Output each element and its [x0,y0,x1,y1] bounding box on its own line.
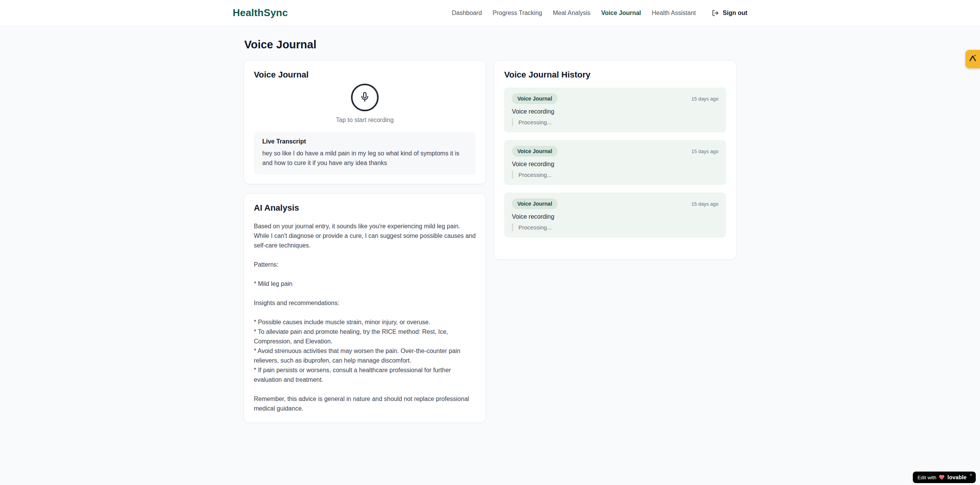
history-entry-header: Voice Journal 15 days ago [512,146,718,157]
entry-type-badge: Voice Journal [512,93,558,104]
history-entry[interactable]: Voice Journal 15 days ago Voice recordin… [504,193,726,238]
record-button[interactable] [351,84,379,111]
ai-analysis-text: Based on your journal entry, it sounds l… [254,221,476,413]
lovable-badge[interactable]: Edit with lovable × [913,472,976,483]
sign-out-label: Sign out [723,10,747,16]
nav-dashboard[interactable]: Dashboard [452,10,482,16]
entry-type-badge: Voice Journal [512,146,558,157]
lovable-brand: lovable [947,474,967,480]
nav-voice-journal[interactable]: Voice Journal [601,10,641,16]
page-title: Voice Journal [244,38,737,51]
entry-type-badge: Voice Journal [512,198,558,209]
entry-status: Processing... [512,223,718,231]
lambda-logo-icon [968,54,977,64]
entry-timestamp: 15 days ago [691,96,718,102]
close-icon[interactable]: × [970,473,972,477]
history-entry-header: Voice Journal 15 days ago [512,93,718,104]
lovable-prefix: Edit with [917,475,936,480]
entry-title: Voice recording [512,161,718,168]
history-entry[interactable]: Voice Journal 15 days ago Voice recordin… [504,87,726,132]
entry-status: Processing... [512,171,718,179]
left-column: Voice Journal Tap to start recording [243,60,486,423]
live-transcript-title: Live Transcript [262,138,467,145]
content-grid: Voice Journal Tap to start recording [243,60,737,423]
ai-analysis-title: AI Analysis [254,203,476,213]
right-column: Voice Journal History Voice Journal 15 d… [494,60,737,260]
heart-icon [939,475,945,480]
recorder-card-title: Voice Journal [254,70,476,80]
entry-timestamp: 15 days ago [691,201,718,207]
main-content: Voice Journal Voice Journal [243,38,737,423]
header-inner: HealthSync Dashboard Progress Tracking M… [233,0,747,26]
recorder-card: Voice Journal Tap to start recording [243,60,486,184]
app-header: HealthSync Dashboard Progress Tracking M… [0,0,980,26]
logout-icon [712,10,719,16]
entry-title: Voice recording [512,108,718,115]
brand-logo[interactable]: HealthSync [233,7,288,19]
live-transcript-box: Live Transcript hey so like I do have a … [254,132,476,175]
nav-meal-analysis[interactable]: Meal Analysis [553,10,591,16]
history-entry[interactable]: Voice Journal 15 days ago Voice recordin… [504,140,726,185]
sign-out-button[interactable]: Sign out [712,10,747,16]
main-nav: Dashboard Progress Tracking Meal Analysi… [452,10,748,16]
history-card: Voice Journal History Voice Journal 15 d… [494,60,737,260]
nav-progress-tracking[interactable]: Progress Tracking [493,10,542,16]
entry-status: Processing... [512,118,718,126]
entry-timestamp: 15 days ago [691,148,718,154]
microphone-icon [360,92,370,103]
history-entries: Voice Journal 15 days ago Voice recordin… [504,87,726,238]
entry-title: Voice recording [512,213,718,220]
history-entry-header: Voice Journal 15 days ago [512,198,718,209]
recorder-area: Tap to start recording [254,80,476,124]
nav-health-assistant[interactable]: Health Assistant [652,10,696,16]
ai-analysis-card: AI Analysis Based on your journal entry,… [243,193,486,423]
history-card-title: Voice Journal History [504,70,726,80]
live-transcript-text: hey so like I do have a mild pain in my … [262,148,467,168]
extension-side-tab[interactable] [965,50,980,68]
tap-hint: Tap to start recording [336,117,394,124]
